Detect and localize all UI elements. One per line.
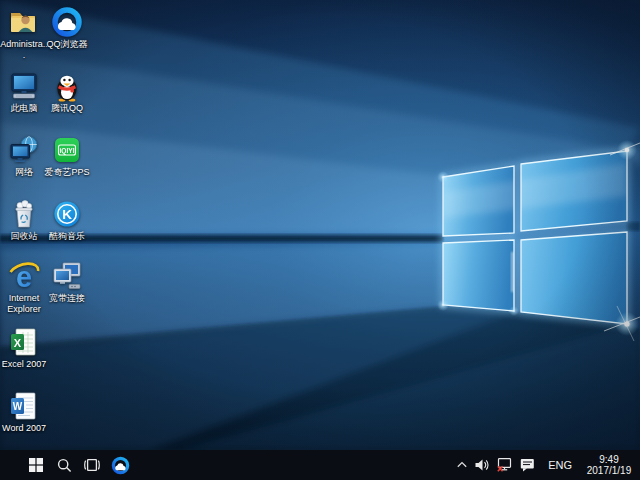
svg-text:K: K (62, 207, 72, 222)
desktop-icon-network[interactable]: 网络 (1, 134, 47, 178)
taskbar-left (0, 450, 134, 480)
taskbar-qq-browser-button[interactable] (106, 450, 134, 480)
chevron-up-icon (457, 461, 467, 469)
start-button[interactable] (22, 450, 50, 480)
icon-label: Internet Explorer (0, 293, 48, 314)
svg-text:X: X (14, 337, 22, 349)
desktop[interactable]: Administra... QQ浏览器 (0, 0, 640, 450)
desktop-icon-word-2007[interactable]: W Word 2007 (1, 390, 47, 434)
desktop-icon-broadband[interactable]: 宽带连接 (44, 260, 90, 304)
desktop-icon-excel-2007[interactable]: X Excel 2007 (1, 326, 47, 370)
search-button[interactable] (50, 450, 78, 480)
icon-label: 回收站 (0, 231, 48, 242)
action-center-button[interactable] (516, 450, 539, 480)
iqiyi-icon: iQIYI (51, 134, 83, 166)
svg-text:W: W (13, 401, 23, 412)
network-disconnected-button[interactable] (493, 450, 516, 480)
this-pc-icon (8, 70, 40, 102)
icon-label: Excel 2007 (0, 359, 48, 370)
desktop-icon-iqiyi-pps[interactable]: iQIYI 爱奇艺PPS (44, 134, 90, 178)
clock[interactable]: 9:49 2017/1/19 (581, 450, 640, 480)
search-icon (57, 458, 72, 473)
recycle-bin-icon (8, 198, 40, 230)
wallpaper-windows-hero (0, 0, 640, 450)
screen: Administra... QQ浏览器 (0, 0, 640, 480)
wallpaper-art (0, 0, 640, 450)
word-icon: W (8, 390, 40, 422)
icon-label: Administra... (0, 39, 48, 60)
icon-label: Word 2007 (0, 423, 48, 434)
icon-label: 此电脑 (0, 103, 48, 114)
network-globe-icon (8, 134, 40, 166)
icon-label: 酷狗音乐 (43, 231, 91, 242)
qq-browser-icon (111, 456, 130, 475)
qq-penguin-icon (51, 70, 83, 102)
svg-text:iQIYI: iQIYI (59, 147, 74, 155)
user-folder-icon (8, 6, 40, 38)
ie-icon: e (8, 260, 40, 292)
clock-date: 2017/1/19 (584, 465, 634, 477)
broadband-icon (51, 260, 83, 292)
desktop-icon-kugou-music[interactable]: K 酷狗音乐 (44, 198, 90, 242)
excel-icon: X (8, 326, 40, 358)
task-view-icon (84, 457, 100, 473)
show-hidden-icons-button[interactable] (453, 450, 471, 480)
icon-label: QQ浏览器 (43, 39, 91, 50)
taskbar: ENG 9:49 2017/1/19 (0, 450, 640, 480)
icon-label: 宽带连接 (43, 293, 91, 304)
clock-time: 9:49 (584, 454, 634, 466)
desktop-icon-internet-explorer[interactable]: e Internet Explorer (1, 260, 47, 314)
icon-label: 爱奇艺PPS (43, 167, 91, 178)
network-disconnected-icon (497, 458, 512, 472)
kugou-icon: K (51, 198, 83, 230)
language-indicator[interactable]: ENG (539, 450, 581, 480)
icon-label: 腾讯QQ (43, 103, 91, 114)
icon-label: 网络 (0, 167, 48, 178)
task-view-button[interactable] (78, 450, 106, 480)
system-tray: ENG 9:49 2017/1/19 (453, 450, 640, 480)
desktop-icon-recycle-bin[interactable]: 回收站 (1, 198, 47, 242)
desktop-icon-qq-browser[interactable]: QQ浏览器 (44, 6, 90, 50)
desktop-icon-this-pc[interactable]: 此电脑 (1, 70, 47, 114)
windows-logo-icon (29, 458, 43, 472)
desktop-icon-administrator[interactable]: Administra... (1, 6, 47, 60)
volume-button[interactable] (471, 450, 493, 480)
action-center-icon (520, 458, 535, 472)
desktop-icon-tencent-qq[interactable]: 腾讯QQ (44, 70, 90, 114)
speaker-icon (475, 459, 489, 471)
qq-browser-icon (51, 6, 83, 38)
